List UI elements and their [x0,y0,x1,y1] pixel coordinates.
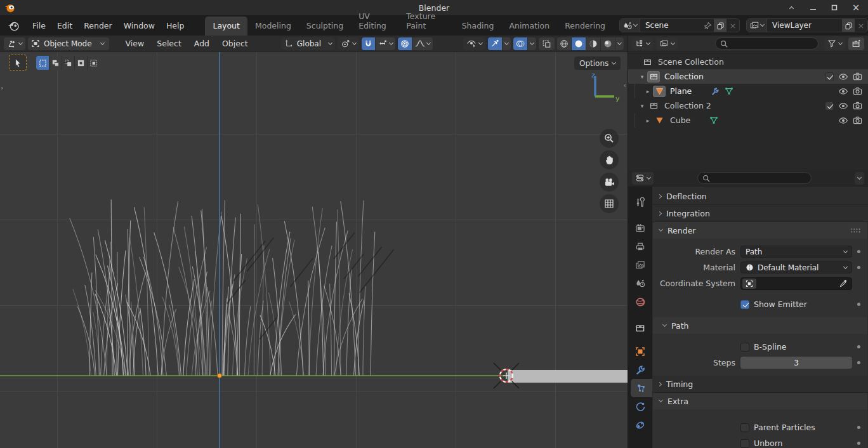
eyedropper-icon[interactable] [839,279,848,287]
menu-add[interactable]: Add [189,37,214,50]
view-layer-name[interactable]: ViewLayer [767,21,842,30]
outliner-search-input[interactable] [715,37,819,49]
menu-render[interactable]: Render [78,18,118,33]
render-visibility-icon[interactable] [850,87,864,95]
select-mode-set-button[interactable] [36,56,49,70]
workspace-tab-modeling[interactable]: Modeling [247,16,299,36]
tab-output[interactable] [628,237,652,256]
outliner-filter-dropdown[interactable] [824,37,845,50]
shading-solid-button[interactable] [571,37,586,50]
menu-help[interactable]: Help [161,18,190,33]
shading-dropdown[interactable] [615,37,624,50]
properties-search-input[interactable] [697,172,812,184]
editor-type-dropdown[interactable] [4,37,25,50]
tab-render[interactable] [628,219,652,237]
shading-wireframe-button[interactable] [557,37,571,50]
show-overlays-toggle[interactable] [513,37,527,50]
menu-file[interactable]: File [27,18,51,33]
material-dropdown[interactable]: Default Material [740,261,852,273]
workspace-tab-animation[interactable]: Animation [501,16,557,36]
toolbar-expand-arrow[interactable]: › [1,84,3,92]
close-button[interactable]: × [848,1,864,14]
disclosure-closed-icon[interactable]: ▸ [643,117,653,124]
shading-rendered-button[interactable] [600,37,615,50]
blender-menu-icon[interactable] [6,19,20,32]
outliner-row-collection[interactable]: ▾ Collection [628,69,868,84]
render-as-dropdown[interactable]: Path [740,246,852,258]
view-layer-delete-icon[interactable]: × [855,19,867,32]
select-mode-intersect-button[interactable] [87,56,100,70]
menu-object[interactable]: Object [217,37,253,50]
hide-eye-icon[interactable] [836,102,850,110]
tab-particles[interactable] [631,379,652,397]
tab-constraints[interactable] [628,416,652,434]
tab-object[interactable] [628,342,652,360]
collection-checkbox[interactable] [822,102,836,110]
maximize-button[interactable] [826,1,843,14]
scene-browse-button[interactable] [620,19,640,32]
object-mode-dropdown[interactable]: Object Mode [28,37,109,50]
proportional-edit-toggle[interactable] [398,37,412,50]
menu-view[interactable]: View [121,37,150,50]
show-gizmos-toggle[interactable] [488,37,502,50]
snap-to-dropdown[interactable] [375,37,395,50]
menu-select[interactable]: Select [152,37,187,50]
parent-particles-checkbox[interactable] [740,423,749,432]
active-tool-select-box[interactable] [9,55,27,71]
unborn-checkbox[interactable] [740,439,749,448]
proportional-falloff-dropdown[interactable] [412,37,433,50]
tab-tool[interactable] [628,193,652,211]
hide-eye-icon[interactable] [836,88,850,95]
axis-gizmo[interactable]: z y [582,71,621,104]
scene-new-copy-button[interactable] [714,19,727,32]
workspace-tab-layout[interactable]: Layout [205,16,247,36]
outliner-row-plane[interactable]: ▸ Plane [628,84,868,98]
minimize-button[interactable] [805,1,821,14]
collapse-menus-icon[interactable] [783,1,799,14]
snap-toggle-button[interactable] [362,37,375,50]
hide-eye-icon[interactable] [836,117,850,124]
orthographic-toggle-button[interactable] [600,194,619,213]
new-collection-button[interactable] [848,37,864,50]
shading-material-button[interactable] [586,37,600,50]
visibility-dropdown[interactable] [463,37,485,50]
tab-collection[interactable] [628,319,652,337]
scene-delete-icon[interactable]: × [727,19,739,32]
options-dropdown[interactable]: Options [574,56,621,70]
disclosure-closed-icon[interactable]: ▸ [643,88,653,95]
xray-toggle-button[interactable] [539,37,555,50]
viewport-3d[interactable]: Options z y ‹ › [0,52,628,448]
outliner-display-mode-dropdown[interactable] [656,37,678,50]
render-visibility-icon[interactable] [850,102,864,110]
tab-world[interactable] [628,293,652,311]
transform-orientation-dropdown[interactable]: Global [281,37,335,50]
zoom-button[interactable] [600,129,619,148]
pan-button[interactable] [600,150,619,169]
outliner-row-cube[interactable]: ▸ Cube [628,113,868,128]
tab-scene[interactable] [628,274,652,293]
animate-dot[interactable] [852,345,865,348]
steps-number-field[interactable]: 3 [740,357,852,369]
collection-checkbox[interactable] [822,72,836,81]
tab-view-layer[interactable] [628,256,652,274]
select-mode-extend-button[interactable] [49,56,62,70]
panel-integration[interactable]: Integration [652,205,868,221]
disclosure-open-icon[interactable]: ▾ [637,103,647,109]
b-spline-checkbox[interactable] [740,343,749,352]
menu-window[interactable]: Window [118,18,161,33]
render-visibility-icon[interactable] [850,116,864,124]
camera-view-button[interactable] [600,173,619,192]
select-mode-subtract-button[interactable] [62,56,74,70]
panel-drag-handle[interactable] [850,228,861,233]
view-layer-browse-button[interactable] [747,19,767,32]
menu-edit[interactable]: Edit [51,18,78,33]
scene-pin-icon[interactable] [701,19,714,32]
workspace-tab-shading[interactable]: Shading [454,16,502,36]
tab-modifiers[interactable] [628,360,652,379]
outliner-row-collection-2[interactable]: ▾ Collection 2 [628,98,868,113]
panel-timing[interactable]: Timing [652,376,868,392]
sidebar-collapse-arrow[interactable]: ‹ [624,81,626,89]
hide-eye-icon[interactable] [836,73,850,81]
pivot-point-dropdown[interactable] [338,37,359,50]
render-visibility-icon[interactable] [850,72,864,81]
